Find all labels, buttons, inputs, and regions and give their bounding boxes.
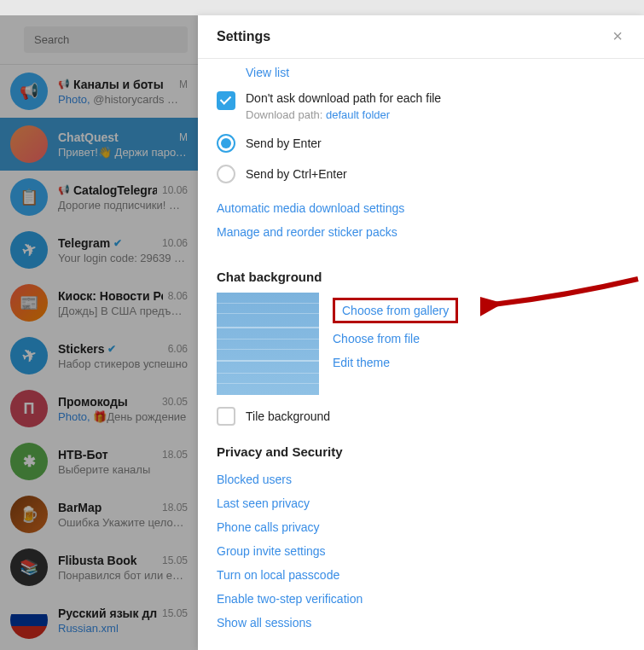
- chat-title: 📢Каналы и боты: [58, 78, 164, 91]
- send-ctrl-enter-label: Send by Ctrl+Enter: [246, 167, 347, 181]
- chat-preview: Your login code: 29639 This: [58, 252, 188, 264]
- edit-theme-link[interactable]: Edit theme: [333, 351, 625, 374]
- search-bar: [0, 15, 198, 65]
- chat-time: 10.06: [162, 237, 188, 249]
- chat-item[interactable]: ✈Telegram✔10.06Your login code: 29639 Th…: [0, 223, 198, 276]
- chat-preview: Russian.xml: [58, 622, 188, 635]
- chat-time: 18.05: [162, 449, 188, 461]
- chat-avatar: 📋: [10, 178, 48, 216]
- privacy-heading: Privacy and Security: [217, 444, 625, 459]
- close-icon[interactable]: ×: [610, 29, 625, 44]
- chat-avatar: [10, 125, 48, 163]
- chat-avatar: 📢: [10, 73, 48, 110]
- dont-ask-download-row: Don't ask download path for each file Do…: [217, 84, 625, 128]
- search-input[interactable]: [24, 26, 188, 53]
- send-ctrl-enter-radio[interactable]: [217, 165, 235, 183]
- chat-item[interactable]: ППромокоды30.05Photo, 🎁День рождение: [0, 382, 198, 435]
- chat-item[interactable]: ✱НТВ-Бот18.05Выберите каналы: [0, 435, 198, 488]
- tile-bg-label: Tile background: [246, 409, 330, 423]
- chat-time: 18.05: [162, 502, 188, 514]
- chat-avatar: ✈: [10, 337, 48, 374]
- send-enter-radio[interactable]: [217, 134, 235, 153]
- chat-item[interactable]: 📋📢CatalogTelegram10.06Дорогие подписчики…: [0, 171, 198, 223]
- download-path-label: Download path:: [246, 108, 326, 121]
- settings-title: Settings: [217, 29, 270, 44]
- dont-ask-download-checkbox[interactable]: [217, 91, 235, 110]
- chat-item[interactable]: ChatQuestMПривет!👋 Держи парочку: [0, 118, 198, 171]
- chat-bg-heading: Chat background: [217, 270, 625, 284]
- dont-ask-download-label: Don't ask download path for each file: [246, 91, 625, 105]
- chat-title: Промокоды: [58, 395, 128, 409]
- chat-item[interactable]: ✈Stickers✔6.06Набор стикеров успешно: [0, 329, 198, 382]
- verified-icon: ✔: [113, 237, 122, 249]
- chat-preview: Photo, 🎁День рождение: [58, 410, 188, 423]
- chat-title: Киоск: Новости Ро...: [58, 289, 163, 303]
- settings-header: Settings ×: [198, 15, 644, 59]
- chat-avatar: ✈: [10, 231, 48, 269]
- chat-list[interactable]: 📢📢Каналы и ботыMPhoto, @historycards — к…: [0, 65, 198, 647]
- chat-preview: Дорогие подписчики! При: [58, 199, 188, 212]
- chat-time: 30.05: [162, 396, 188, 408]
- chat-item[interactable]: 📰Киоск: Новости Ро...8.06[Дождь] В США п…: [0, 276, 198, 329]
- chat-title: Telegram✔: [58, 236, 122, 250]
- download-path-link[interactable]: default folder: [326, 108, 390, 121]
- phone-calls-link[interactable]: Phone calls privacy: [217, 515, 625, 539]
- tile-bg-row: Tile background: [217, 407, 625, 426]
- sessions-link[interactable]: Show all sessions: [217, 611, 625, 635]
- chat-item[interactable]: Русский язык для ...15.05Russian.xml: [0, 594, 198, 647]
- chat-avatar: ✱: [10, 443, 48, 480]
- chat-title: Flibusta Book: [58, 554, 137, 567]
- auto-media-link[interactable]: Automatic media download settings: [217, 196, 625, 220]
- chat-item[interactable]: 📚Flibusta Book15.05Понравился бот или ес…: [0, 541, 198, 594]
- chat-time: M: [179, 131, 188, 143]
- chat-title: BarMap: [58, 501, 102, 514]
- last-seen-link[interactable]: Last seen privacy: [217, 491, 625, 515]
- choose-file-link[interactable]: Choose from file: [333, 327, 625, 351]
- chat-preview: Привет!👋 Держи парочку: [58, 146, 188, 159]
- settings-panel: Settings × View list Don't ask download …: [198, 15, 644, 650]
- chat-time: 6.06: [168, 343, 188, 355]
- chat-avatar: 📚: [10, 548, 48, 586]
- local-passcode-link[interactable]: Turn on local passcode: [217, 563, 625, 587]
- bg-preview[interactable]: [217, 293, 319, 395]
- group-invite-link[interactable]: Group invite settings: [217, 539, 625, 563]
- chat-title: НТВ-Бот: [58, 448, 108, 461]
- chat-time: 15.05: [162, 554, 188, 566]
- chat-title: ChatQuest: [58, 131, 119, 144]
- chat-preview: Набор стикеров успешно: [58, 357, 188, 370]
- settings-body: View list Don't ask download path for ea…: [198, 59, 644, 644]
- chat-preview: Понравился бот или есть п: [58, 569, 188, 582]
- chat-preview: [Дождь] В США предъявил: [58, 305, 188, 317]
- chat-title: 📢CatalogTelegram: [58, 183, 157, 197]
- chat-preview: Выберите каналы: [58, 463, 188, 476]
- chat-preview: Photo, @historycards — ка: [58, 93, 188, 106]
- blocked-users-link[interactable]: Blocked users: [217, 467, 625, 491]
- chat-preview: Ошибка Укажите целое чи: [58, 516, 188, 529]
- verified-icon: ✔: [107, 343, 116, 355]
- chat-avatar: 🍺: [10, 496, 48, 533]
- chat-time: 8.06: [168, 290, 188, 302]
- window-top-bar: [0, 0, 644, 15]
- send-enter-label: Send by Enter: [246, 136, 322, 150]
- send-ctrl-enter-row[interactable]: Send by Ctrl+Enter: [217, 159, 625, 189]
- chat-title: Stickers✔: [58, 342, 116, 356]
- chat-avatar: П: [10, 390, 48, 427]
- send-enter-row[interactable]: Send by Enter: [217, 128, 625, 159]
- two-step-link[interactable]: Enable two-step verification: [217, 587, 625, 611]
- chat-title: Русский язык для ...: [58, 606, 157, 620]
- chat-time: 15.05: [162, 607, 188, 619]
- sticker-packs-link[interactable]: Manage and reorder sticker packs: [217, 220, 625, 244]
- announce-icon: 📢: [58, 184, 70, 195]
- chat-time: 10.06: [162, 184, 188, 196]
- view-list-link[interactable]: View list: [217, 59, 625, 84]
- chat-item[interactable]: 🍺BarMap18.05Ошибка Укажите целое чи: [0, 488, 198, 541]
- chat-item[interactable]: 📢📢Каналы и ботыMPhoto, @historycards — к…: [0, 65, 198, 118]
- chat-avatar: [10, 601, 48, 639]
- tile-bg-checkbox[interactable]: [217, 407, 235, 426]
- chat-time: M: [179, 78, 188, 90]
- announce-icon: 📢: [58, 78, 70, 90]
- choose-gallery-link[interactable]: Choose from gallery: [333, 298, 458, 323]
- chat-avatar: 📰: [10, 284, 48, 322]
- sidebar: 📢📢Каналы и ботыMPhoto, @historycards — к…: [0, 15, 198, 650]
